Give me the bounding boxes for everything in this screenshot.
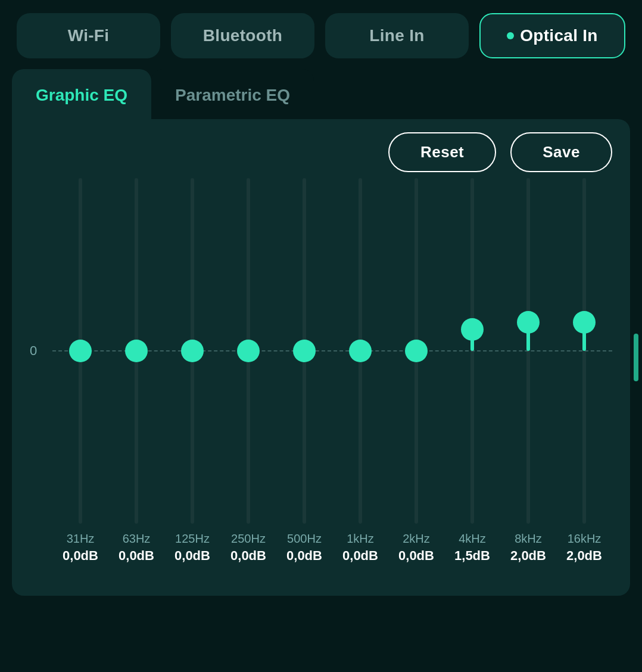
- slider-handle-250Hz[interactable]: [237, 340, 260, 362]
- db-label: 2,0dB: [566, 548, 602, 564]
- active-dot-icon: [507, 32, 514, 39]
- eq-label-col-4kHz: 4kHz1,5dB: [444, 532, 500, 564]
- tab-bluetooth[interactable]: Bluetooth: [171, 13, 314, 58]
- eq-tabs-row: Graphic EQ Parametric EQ: [12, 69, 630, 119]
- freq-label: 125Hz: [175, 532, 210, 546]
- save-label: Save: [543, 143, 580, 161]
- freq-label: 63Hz: [123, 532, 151, 546]
- tab-bluetooth-label: Bluetooth: [203, 26, 282, 45]
- eq-label-col-63Hz: 63Hz0,0dB: [108, 532, 164, 564]
- slider-handle-16kHz[interactable]: [573, 311, 596, 334]
- scroll-indicator-icon: [634, 334, 638, 381]
- save-button[interactable]: Save: [510, 132, 612, 172]
- freq-label: 1kHz: [347, 532, 374, 546]
- eq-labels-row: 31Hz0,0dB63Hz0,0dB125Hz0,0dB250Hz0,0dB50…: [30, 532, 612, 564]
- tab-linein-label: Line In: [369, 26, 424, 45]
- slider-handle-500Hz[interactable]: [293, 340, 316, 362]
- tab-wifi-label: Wi-Fi: [68, 26, 110, 45]
- slider-handle-1kHz[interactable]: [349, 340, 372, 362]
- graphic-eq-label: Graphic EQ: [36, 86, 127, 104]
- freq-label: 31Hz: [67, 532, 95, 546]
- slider-handle-8kHz[interactable]: [517, 311, 540, 334]
- eq-actions: Reset Save: [30, 132, 612, 172]
- db-label: 0,0dB: [342, 548, 378, 564]
- db-label: 2,0dB: [510, 548, 546, 564]
- eq-label-col-2kHz: 2kHz0,0dB: [388, 532, 444, 564]
- slider-handle-4kHz[interactable]: [461, 318, 484, 341]
- eq-label-col-125Hz: 125Hz0,0dB: [164, 532, 220, 564]
- parametric-eq-label: Parametric EQ: [175, 86, 290, 104]
- tab-graphic-eq[interactable]: Graphic EQ: [12, 69, 151, 119]
- slider-handle-125Hz[interactable]: [181, 340, 204, 362]
- slider-handle-31Hz[interactable]: [69, 340, 92, 362]
- freq-label: 250Hz: [231, 532, 266, 546]
- zero-label: 0: [30, 343, 37, 359]
- eq-card: Reset Save 0 31Hz0,0dB63Hz0,0dB125Hz0,0d…: [12, 119, 630, 596]
- db-label: 0,0dB: [286, 548, 322, 564]
- db-label: 1,5dB: [454, 548, 490, 564]
- db-label: 0,0dB: [63, 548, 98, 564]
- freq-label: 16kHz: [568, 532, 602, 546]
- tab-bar: Wi-Fi Bluetooth Line In Optical In: [0, 0, 642, 69]
- tab-opticalin[interactable]: Optical In: [479, 13, 625, 58]
- reset-label: Reset: [420, 143, 464, 161]
- tab-wifi[interactable]: Wi-Fi: [17, 13, 160, 58]
- slider-handle-63Hz[interactable]: [125, 340, 148, 362]
- db-label: 0,0dB: [119, 548, 154, 564]
- db-label: 0,0dB: [174, 548, 210, 564]
- freq-label: 4kHz: [459, 532, 486, 546]
- eq-label-col-500Hz: 500Hz0,0dB: [276, 532, 332, 564]
- tab-opticalin-label: Optical In: [520, 26, 598, 45]
- freq-label: 2kHz: [403, 532, 430, 546]
- freq-label: 500Hz: [287, 532, 322, 546]
- eq-label-col-1kHz: 1kHz0,0dB: [332, 532, 388, 564]
- slider-handle-2kHz[interactable]: [405, 340, 428, 362]
- main-area: Graphic EQ Parametric EQ Reset Save 0: [0, 69, 642, 608]
- reset-button[interactable]: Reset: [388, 132, 496, 172]
- tab-parametric-eq[interactable]: Parametric EQ: [151, 69, 314, 119]
- eq-label-col-16kHz: 16kHz2,0dB: [556, 532, 612, 564]
- eq-label-col-8kHz: 8kHz2,0dB: [500, 532, 556, 564]
- eq-sliders-area: 0: [30, 178, 612, 524]
- db-label: 0,0dB: [398, 548, 434, 564]
- eq-label-col-31Hz: 31Hz0,0dB: [52, 532, 108, 564]
- freq-label: 8kHz: [515, 532, 542, 546]
- eq-label-col-250Hz: 250Hz0,0dB: [220, 532, 276, 564]
- db-label: 0,0dB: [230, 548, 266, 564]
- tab-linein[interactable]: Line In: [325, 13, 469, 58]
- app-container: Wi-Fi Bluetooth Line In Optical In Graph…: [0, 0, 642, 608]
